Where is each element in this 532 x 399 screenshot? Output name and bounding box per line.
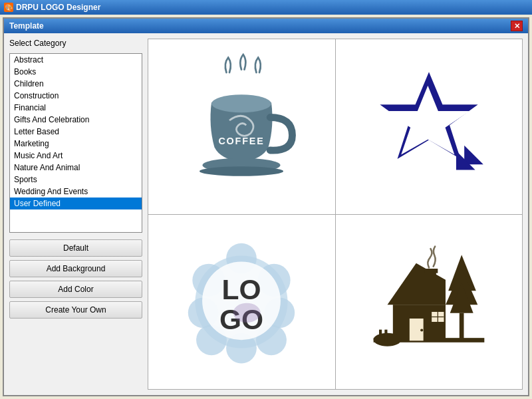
category-letter[interactable]: Letter Based bbox=[10, 126, 142, 138]
logo-text-svg: LO GO bbox=[182, 229, 301, 375]
left-panel: Select Category Abstract Books Children … bbox=[9, 39, 142, 390]
house-logo-svg bbox=[362, 235, 495, 368]
svg-rect-31 bbox=[460, 313, 464, 340]
category-music[interactable]: Music And Art bbox=[10, 150, 142, 162]
category-gifts[interactable]: Gifts And Celebration bbox=[10, 114, 142, 126]
svg-rect-37 bbox=[384, 329, 387, 341]
category-abstract[interactable]: Abstract bbox=[10, 54, 142, 66]
svg-point-27 bbox=[420, 329, 423, 331]
category-wedding[interactable]: Wedding And Events bbox=[10, 186, 142, 198]
svg-point-2 bbox=[200, 167, 283, 176]
logo-cell-coffee[interactable]: COFFEE bbox=[148, 39, 335, 214]
window-title-bar: Template ✕ bbox=[4, 19, 528, 33]
add-color-button[interactable]: Add Color bbox=[9, 281, 142, 298]
category-marketing[interactable]: Marketing bbox=[10, 138, 142, 150]
create-your-own-button[interactable]: Create Your Own bbox=[9, 301, 142, 319]
main-window: Template ✕ Select Category Abstract Book… bbox=[3, 17, 529, 396]
svg-marker-6 bbox=[464, 146, 483, 165]
window-content: Select Category Abstract Books Children … bbox=[4, 33, 528, 395]
app-title: DRPU LOGO Designer bbox=[16, 3, 100, 12]
category-sports[interactable]: Sports bbox=[10, 174, 142, 186]
category-books[interactable]: Books bbox=[10, 66, 142, 78]
category-financial[interactable]: Financial bbox=[10, 102, 142, 114]
app-title-bar: 🎨 DRPU LOGO Designer bbox=[0, 0, 532, 15]
svg-rect-24 bbox=[426, 271, 436, 291]
category-user-defined[interactable]: User Defined bbox=[10, 198, 142, 209]
category-construction[interactable]: Construction bbox=[10, 90, 142, 102]
svg-point-20 bbox=[233, 303, 261, 322]
svg-rect-36 bbox=[379, 329, 382, 341]
svg-rect-25 bbox=[424, 269, 438, 273]
logo-cell-logo-text[interactable]: LO GO bbox=[148, 215, 335, 390]
app-icon: 🎨 bbox=[4, 3, 13, 12]
logo-cell-star[interactable] bbox=[336, 39, 523, 214]
category-children[interactable]: Children bbox=[10, 78, 142, 90]
star-logo-svg bbox=[369, 53, 489, 200]
svg-text:COFFEE: COFFEE bbox=[219, 136, 265, 146]
logo-cell-house[interactable] bbox=[336, 215, 523, 390]
svg-marker-5 bbox=[386, 86, 469, 155]
window-title: Template bbox=[9, 21, 44, 31]
logo-grid: COFFEE bbox=[148, 39, 523, 390]
coffee-logo-svg: COFFEE bbox=[182, 53, 301, 200]
close-button[interactable]: ✕ bbox=[511, 21, 523, 31]
category-list[interactable]: Abstract Books Children Construction Fin… bbox=[9, 53, 142, 233]
select-category-label: Select Category bbox=[9, 39, 142, 48]
svg-point-0 bbox=[211, 95, 271, 113]
default-button[interactable]: Default bbox=[9, 239, 142, 257]
button-group: Default Add Background Add Color Create … bbox=[9, 239, 142, 319]
category-nature[interactable]: Nature And Animal bbox=[10, 162, 142, 174]
add-background-button[interactable]: Add Background bbox=[9, 260, 142, 277]
svg-text:LO: LO bbox=[222, 273, 261, 305]
